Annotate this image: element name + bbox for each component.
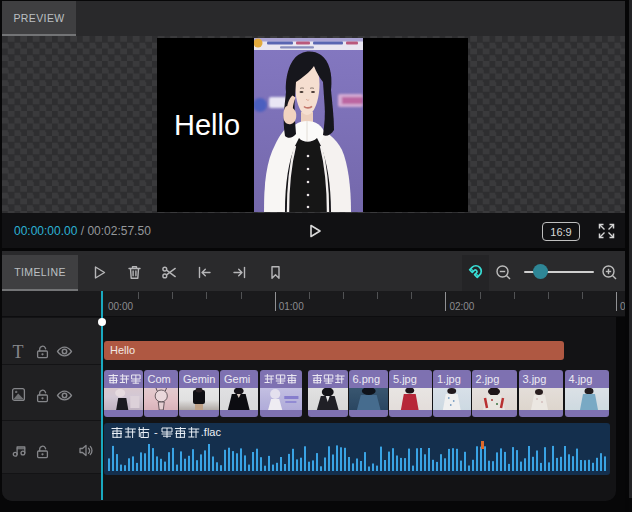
svg-text:T: T	[13, 343, 24, 359]
